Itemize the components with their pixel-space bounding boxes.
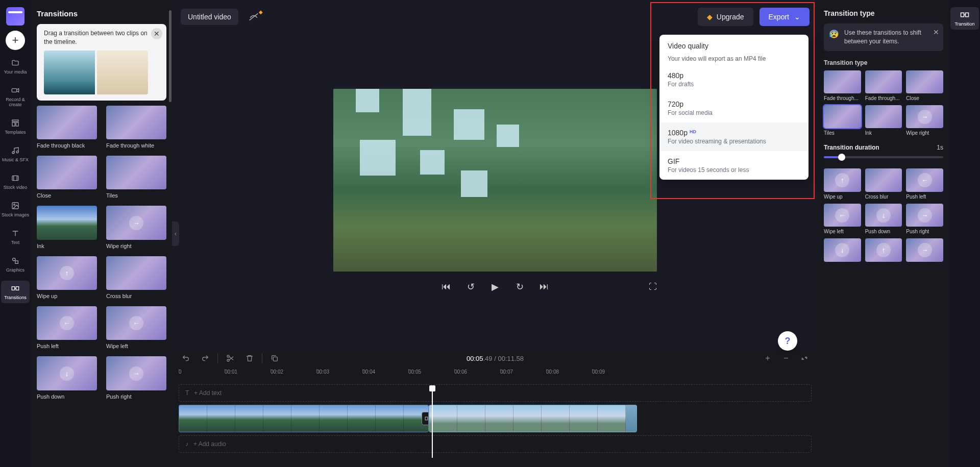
svg-point-13 [227, 355, 229, 357]
timeline-ruler[interactable]: 0 00:01 00:02 00:03 00:04 00:05 00:06 00… [173, 369, 818, 381]
close-info-button[interactable]: ✕ [933, 28, 939, 38]
section-type-label: Transition type [824, 59, 943, 66]
type-cross-blur[interactable]: Cross blur [865, 168, 902, 199]
transition-item-fade-black[interactable]: Fade through black [37, 106, 97, 149]
film-icon [11, 174, 20, 183]
duration-slider[interactable] [824, 156, 943, 158]
duplicate-button[interactable] [267, 351, 282, 365]
type-wipe-up[interactable]: ↑Wipe up [824, 168, 861, 199]
nav-your-media[interactable]: Your media [1, 55, 30, 78]
preview-canvas[interactable] [333, 89, 657, 272]
fullscreen-button[interactable]: ⛶ [649, 282, 657, 291]
type-more-1[interactable]: ↓ [824, 238, 861, 261]
template-icon [11, 118, 20, 128]
export-option-gif[interactable]: GIF For videos 15 seconds or less [659, 151, 808, 180]
arrow-right-icon: → [918, 110, 932, 124]
type-close[interactable]: Close [906, 70, 943, 101]
clip-1[interactable]: CC 🔊 [179, 405, 429, 432]
svg-rect-12 [16, 287, 18, 290]
left-nav-rail: + Your media Record & create Templates M… [0, 0, 31, 467]
text-icon [11, 229, 20, 238]
transition-item-fade-white[interactable]: Fade through white [106, 106, 166, 149]
type-more-2[interactable]: ↑ [865, 238, 902, 261]
clip-2[interactable] [429, 405, 637, 432]
export-option-480p[interactable]: 480p For drafts [659, 65, 808, 94]
nav-music[interactable]: Music & SFX [1, 143, 30, 165]
nav-record[interactable]: Record & create [1, 83, 30, 110]
timeline: 00:05.49 / 00:11.58 + − 0 00:01 00:02 00… [173, 348, 818, 467]
transition-item-ink[interactable]: Ink [37, 206, 97, 249]
type-push-right[interactable]: →Push right [906, 204, 943, 234]
rewind-button[interactable]: ↺ [464, 281, 477, 293]
export-button[interactable]: Export ⌄ [760, 8, 810, 26]
transition-item-wipe-up[interactable]: ↑Wipe up [37, 256, 97, 299]
zoom-in-button[interactable]: + [761, 351, 775, 365]
type-more-3[interactable]: → [906, 238, 943, 261]
transition-marker[interactable] [422, 412, 429, 425]
svg-point-4 [12, 152, 14, 154]
video-title[interactable]: Untitled video [181, 9, 238, 25]
type-fade-black[interactable]: Fade through... [824, 70, 861, 101]
add-media-button[interactable]: + [6, 31, 25, 50]
transition-item-wipe-left[interactable]: ←Wipe left [106, 306, 166, 349]
scrollbar[interactable] [169, 10, 172, 102]
type-wipe-right[interactable]: →Wipe right [906, 105, 943, 136]
transition-item-cross-blur[interactable]: Cross blur [106, 256, 166, 299]
playhead[interactable] [432, 389, 433, 458]
remove-background-button[interactable]: ◆ [244, 8, 263, 26]
nav-stock-images[interactable]: Stock images [1, 198, 30, 220]
type-fade-white[interactable]: Fade through... [865, 70, 902, 101]
add-text-track[interactable]: T + Add text [179, 384, 812, 402]
close-tip-button[interactable]: ✕ [151, 28, 162, 39]
image-icon [11, 201, 20, 210]
type-wipe-left[interactable]: ←Wipe left [824, 204, 861, 234]
svg-rect-15 [273, 357, 277, 361]
transitions-panel: Transitions ✕ Drag a transition between … [31, 0, 173, 467]
transition-item-wipe-right[interactable]: →Wipe right [106, 206, 166, 249]
arrow-left-icon: ← [129, 316, 143, 330]
type-grid-2: ↑Wipe up Cross blur ←Push left ←Wipe lef… [824, 168, 943, 261]
nav-label: Transition [954, 21, 974, 27]
export-option-1080p[interactable]: 1080pHD For video streaming & presentati… [659, 122, 808, 151]
skip-end-button[interactable]: ⏭ [538, 281, 550, 293]
export-option-720p[interactable]: 720p For social media [659, 94, 808, 122]
svg-rect-18 [961, 13, 964, 17]
zoom-out-button[interactable]: − [779, 351, 793, 365]
type-tiles[interactable]: Tiles [824, 105, 861, 136]
add-audio-track[interactable]: ♪ + Add audio [179, 435, 812, 453]
split-button[interactable] [223, 351, 237, 365]
nav-label: Stock images [2, 212, 29, 217]
nav-label: Music & SFX [2, 157, 29, 162]
right-panel-title: Transition type [824, 9, 943, 17]
forward-button[interactable]: ↻ [513, 281, 526, 293]
arrow-right-icon: → [918, 243, 932, 257]
transition-item-push-left[interactable]: ←Push left [37, 306, 97, 349]
skip-start-button[interactable]: ⏮ [440, 281, 452, 293]
transition-item-push-down[interactable]: ↓Push down [37, 356, 97, 399]
svg-rect-10 [15, 261, 18, 263]
delete-button[interactable] [242, 351, 257, 365]
app-logo [6, 7, 24, 26]
right-nav-transition[interactable]: Transition [950, 7, 979, 30]
fit-timeline-button[interactable] [797, 351, 812, 365]
transition-item-push-right[interactable]: →Push right [106, 356, 166, 399]
play-button[interactable]: ▶ [489, 281, 501, 293]
nav-graphics[interactable]: Graphics [1, 253, 30, 276]
info-card: 😰 Use these transitions to shift between… [824, 23, 943, 51]
folder-icon [11, 58, 20, 67]
nav-label: Record & create [1, 97, 30, 107]
transition-item-tiles[interactable]: Tiles [106, 156, 166, 199]
undo-button[interactable] [179, 351, 193, 365]
transition-item-close[interactable]: Close [37, 156, 97, 199]
nav-stock-video[interactable]: Stock video [1, 170, 30, 193]
type-push-left[interactable]: ←Push left [906, 168, 943, 199]
nav-templates[interactable]: Templates [1, 115, 30, 138]
nav-text[interactable]: Text [1, 226, 30, 248]
redo-button[interactable] [198, 351, 212, 365]
type-push-down[interactable]: ↓Push down [865, 204, 902, 234]
upgrade-button[interactable]: ◆ Upgrade [698, 8, 753, 26]
timeline-toolbar: 00:05.49 / 00:11.58 + − [173, 348, 818, 369]
nav-transitions[interactable]: Transitions [1, 281, 30, 303]
duration-label: Transition duration [824, 144, 879, 151]
type-ink[interactable]: Ink [865, 105, 902, 136]
